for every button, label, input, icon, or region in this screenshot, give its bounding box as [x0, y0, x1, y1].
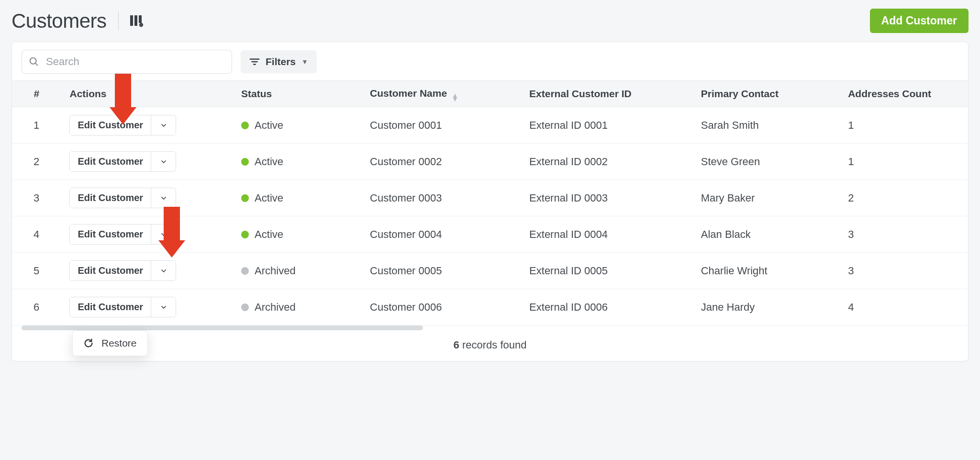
edit-customer-caret[interactable]: [151, 115, 176, 135]
table-row: 5Edit CustomerArchivedCustomer 0005Exter…: [12, 253, 968, 289]
svg-line-7: [35, 63, 38, 66]
edit-customer-button[interactable]: Edit Customer: [70, 224, 151, 244]
search-input-wrap: [22, 50, 232, 74]
search-input[interactable]: [45, 55, 225, 68]
col-addresses-count[interactable]: Addresses Count: [839, 81, 968, 107]
status-dot-icon: [241, 231, 249, 238]
status-text: Active: [255, 228, 283, 241]
restore-label: Restore: [101, 337, 137, 349]
filter-icon: [249, 57, 260, 66]
col-primary-contact[interactable]: Primary Contact: [692, 81, 839, 107]
table-row: 4Edit CustomerActiveCustomer 0004Externa…: [12, 216, 968, 253]
edit-customer-caret[interactable]: [151, 261, 176, 280]
edit-customer-caret[interactable]: [151, 297, 176, 317]
divider: [118, 11, 119, 31]
edit-customer-button[interactable]: Edit Customer: [70, 188, 151, 208]
table-row: 3Edit CustomerActiveCustomer 0003Externa…: [12, 180, 968, 216]
col-number[interactable]: #: [12, 81, 61, 107]
chevron-down-icon: [160, 194, 167, 202]
actions-dropdown-menu[interactable]: Restore: [72, 330, 148, 356]
add-customer-button[interactable]: Add Customer: [870, 9, 969, 33]
row-number: 4: [12, 216, 61, 253]
external-id: External ID 0004: [521, 216, 692, 253]
edit-customer-button[interactable]: Edit Customer: [70, 261, 151, 280]
col-customer-name[interactable]: Customer Name ▲▼: [361, 81, 521, 107]
addresses-count: 3: [839, 216, 968, 253]
customer-name[interactable]: Customer 0006: [361, 289, 521, 325]
chevron-down-icon: [160, 303, 167, 311]
row-number: 5: [12, 253, 61, 289]
col-status[interactable]: Status: [233, 81, 361, 107]
status-cell: Archived: [241, 265, 353, 277]
edit-customer-split-button: Edit Customer: [69, 297, 176, 317]
primary-contact: Mary Baker: [692, 180, 839, 216]
primary-contact: Jane Hardy: [692, 289, 839, 325]
svg-rect-2: [139, 15, 142, 23]
page-title: Customers: [11, 10, 107, 33]
table-row: 2Edit CustomerActiveCustomer 0002Externa…: [12, 144, 968, 180]
status-text: Active: [255, 156, 283, 168]
status-dot-icon: [241, 303, 249, 311]
horizontal-scrollbar[interactable]: [22, 325, 423, 330]
external-id: External ID 0002: [521, 144, 692, 180]
table-row: 6Edit CustomerArchivedCustomer 0006Exter…: [12, 289, 968, 325]
addresses-count: 2: [839, 180, 968, 216]
customer-name[interactable]: Customer 0003: [361, 180, 521, 216]
addresses-count: 1: [839, 107, 968, 144]
row-number: 3: [12, 180, 61, 216]
edit-customer-split-button: Edit Customer: [69, 151, 176, 172]
filters-button[interactable]: Filters ▼: [241, 50, 317, 73]
customer-name[interactable]: Customer 0002: [361, 144, 521, 180]
edit-customer-button[interactable]: Edit Customer: [70, 297, 151, 317]
status-dot-icon: [241, 122, 249, 129]
restore-icon: [83, 338, 94, 348]
status-text: Active: [255, 119, 283, 132]
table-row: 1Edit CustomerActiveCustomer 0001Externa…: [12, 107, 968, 144]
primary-contact: Sarah Smith: [692, 107, 839, 144]
chevron-down-icon: [160, 122, 167, 129]
primary-contact: Steve Green: [692, 144, 839, 180]
sort-icon: ▲▼: [452, 93, 458, 101]
svg-rect-1: [134, 15, 137, 26]
status-cell: Active: [241, 192, 353, 204]
chevron-down-icon: [160, 231, 167, 238]
customer-name[interactable]: Customer 0001: [361, 107, 521, 144]
status-text: Archived: [255, 265, 296, 277]
records-found: 6 records found: [12, 330, 968, 361]
customer-name[interactable]: Customer 0005: [361, 253, 521, 289]
edit-customer-button[interactable]: Edit Customer: [70, 152, 151, 171]
customers-card: Filters ▼ # Actions Status Cu: [11, 42, 969, 361]
col-external-id[interactable]: External Customer ID: [521, 81, 692, 107]
chevron-down-icon: [160, 158, 167, 166]
edit-customer-button[interactable]: Edit Customer: [70, 115, 151, 135]
status-text: Archived: [255, 301, 296, 314]
status-dot-icon: [241, 158, 249, 166]
chevron-down-icon: [160, 267, 167, 275]
row-number: 1: [12, 107, 61, 144]
customers-table: # Actions Status Customer Name ▲▼ Extern…: [12, 80, 968, 325]
external-id: External ID 0003: [521, 180, 692, 216]
svg-rect-0: [130, 15, 133, 26]
addresses-count: 1: [839, 144, 968, 180]
status-text: Active: [255, 192, 283, 204]
edit-customer-caret[interactable]: [151, 224, 176, 244]
status-cell: Archived: [241, 301, 353, 314]
column-settings-icon[interactable]: [130, 15, 144, 27]
external-id: External ID 0005: [521, 253, 692, 289]
status-dot-icon: [241, 194, 249, 202]
status-dot-icon: [241, 267, 249, 275]
edit-customer-caret[interactable]: [151, 188, 176, 208]
edit-customer-split-button: Edit Customer: [69, 188, 176, 208]
customer-name[interactable]: Customer 0004: [361, 216, 521, 253]
row-number: 6: [12, 289, 61, 325]
edit-customer-split-button: Edit Customer: [69, 224, 176, 245]
col-actions[interactable]: Actions: [61, 81, 233, 107]
filters-label: Filters: [266, 56, 296, 67]
external-id: External ID 0006: [521, 289, 692, 325]
primary-contact: Alan Black: [692, 216, 839, 253]
primary-contact: Charlie Wright: [692, 253, 839, 289]
search-icon: [29, 56, 39, 67]
edit-customer-caret[interactable]: [151, 152, 176, 171]
addresses-count: 4: [839, 289, 968, 325]
status-cell: Active: [241, 119, 353, 132]
